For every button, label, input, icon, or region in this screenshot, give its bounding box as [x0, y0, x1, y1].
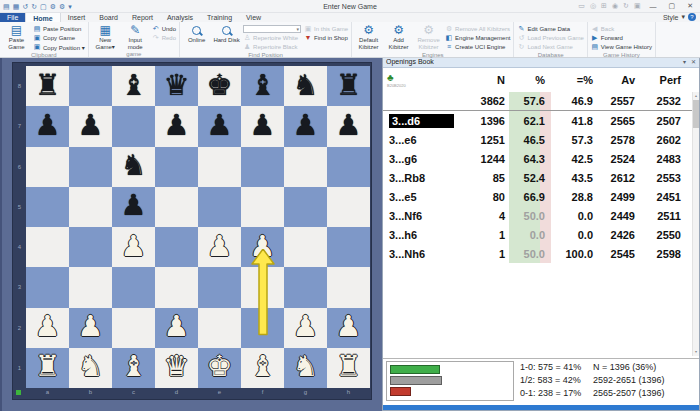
default-kibitzer-button[interactable]: ⚙Default Kibitzer [355, 23, 382, 50]
square-e1[interactable]: ♚ [198, 348, 241, 388]
community-icon[interactable]: ◎ [590, 2, 596, 10]
square-e3[interactable] [198, 267, 241, 307]
book-move-row[interactable]: 3...h610.00.024262550 [383, 225, 699, 244]
find-in-shop-button[interactable]: ▼Find in Shop [304, 34, 348, 42]
add-kibitzer-button[interactable]: ⚙Add Kibitzer [385, 23, 412, 50]
board-icon[interactable]: ▤ [3, 3, 10, 10]
column-header-perf[interactable]: Perf [639, 74, 685, 86]
square-h6[interactable] [327, 147, 370, 187]
new-window-icon[interactable]: ▦ [13, 3, 20, 10]
hard-disk-button[interactable]: Hard Disk [213, 23, 240, 44]
square-h4[interactable] [327, 227, 370, 267]
redo-button[interactable]: ↷Redo [152, 34, 176, 42]
create-uci-engine-button[interactable]: ≡Create UCI Engine [445, 43, 510, 51]
panel-close-icon[interactable]: ✕ [691, 58, 696, 65]
in-this-game-button[interactable]: ▣In this Game [304, 25, 348, 33]
move-cell[interactable]: 3...Rb8 [383, 172, 471, 184]
redo-icon[interactable]: ↻ [31, 3, 37, 10]
tab-home[interactable]: Home [25, 12, 60, 22]
square-d4[interactable] [155, 227, 198, 267]
move-cell[interactable]: 3...Nh6 [383, 248, 471, 260]
square-f6[interactable] [241, 147, 284, 187]
repertoire-white-button[interactable]: ♙Repertoire White [243, 34, 301, 42]
square-a3[interactable] [26, 267, 69, 307]
square-h2[interactable]: ♟ [327, 308, 370, 348]
square-h3[interactable] [327, 267, 370, 307]
square-f4[interactable]: ♟ [241, 227, 284, 267]
move-cell[interactable]: 3...g6 [383, 153, 471, 165]
shop-grid-icon[interactable]: ⊞ [601, 2, 607, 10]
square-b6[interactable] [69, 147, 112, 187]
square-a1[interactable]: ♜ [26, 348, 69, 388]
remove-all-kibitzers-button[interactable]: ⚙Remove All Kibitzers [445, 25, 510, 33]
square-a5[interactable] [26, 187, 69, 227]
square-f7[interactable]: ♟ [241, 106, 284, 146]
square-c2[interactable] [112, 308, 155, 348]
square-b8[interactable] [69, 66, 112, 106]
tab-board[interactable]: Board [92, 12, 125, 22]
engine-management-button[interactable]: ◧Engine Management [445, 34, 510, 42]
square-g5[interactable] [284, 187, 327, 227]
book-move-row[interactable]: 3...Nh6150.0100.025452598 [383, 244, 699, 263]
square-a8[interactable]: ♜ [26, 66, 69, 106]
monitor-icon[interactable]: ▭ [578, 2, 585, 10]
forward-button[interactable]: ▶Forward [591, 34, 652, 42]
tab-training[interactable]: Training [200, 12, 239, 22]
square-e2[interactable] [198, 308, 241, 348]
book-move-row[interactable]: 3...e58066.928.824992451 [383, 187, 699, 206]
column-header-n[interactable]: N [471, 74, 509, 86]
square-g3[interactable] [284, 267, 327, 307]
square-c8[interactable]: ♝ [112, 66, 155, 106]
square-c5[interactable]: ♟ [112, 187, 155, 227]
maximize-button[interactable]: ▢ [666, 2, 679, 10]
square-f2[interactable] [241, 308, 284, 348]
tab-view[interactable]: View [239, 12, 268, 22]
help-icon[interactable]: ? [688, 13, 696, 21]
new-game--button[interactable]: ▦New Game▾ [92, 23, 119, 50]
square-a7[interactable]: ♟ [26, 106, 69, 146]
square-h1[interactable]: ♜ [327, 348, 370, 388]
square-b3[interactable] [69, 267, 112, 307]
style-dropdown[interactable]: Style [663, 14, 679, 21]
square-d7[interactable]: ♟ [155, 106, 198, 146]
square-g4[interactable] [284, 227, 327, 267]
square-d8[interactable]: ♛ [155, 66, 198, 106]
qat-more-icon[interactable]: ▾ [68, 3, 72, 10]
undo-icon[interactable]: ↺ [22, 3, 28, 10]
column-header-av[interactable]: Av [597, 74, 639, 86]
book-move-row[interactable]: 3...g6124464.342.525242483 [383, 149, 699, 168]
load-next-game-button[interactable]: ↻Load Next Game [517, 43, 583, 51]
online-button[interactable]: Online [183, 23, 210, 44]
square-f1[interactable]: ♝ [241, 348, 284, 388]
book-scrollbar[interactable]: ▴ ▾ [692, 92, 699, 356]
combo-caret-icon[interactable]: ▾ [297, 26, 300, 32]
panel-collapse-icon[interactable]: ▾ [683, 58, 686, 65]
options-gear-icon[interactable]: ⚙ [59, 3, 65, 10]
book-tree-icon[interactable]: ♣ [387, 73, 471, 83]
square-g8[interactable]: ♞ [284, 66, 327, 106]
square-g7[interactable]: ♟ [284, 106, 327, 146]
minimize-button[interactable]: — [647, 3, 660, 10]
repertoire-black-button[interactable]: ♟Repertoire Black [243, 43, 301, 51]
move-cell[interactable]: 3...d6 [383, 114, 471, 128]
square-e4[interactable]: ♟ [198, 227, 241, 267]
square-g6[interactable] [284, 147, 327, 187]
column-header-pct[interactable]: % [509, 74, 551, 86]
square-d1[interactable]: ♛ [155, 348, 198, 388]
back-button[interactable]: ◀Back [591, 25, 652, 33]
input-mode-button[interactable]: ✎Input mode [122, 23, 149, 50]
tab-report[interactable]: Report [125, 12, 160, 22]
copy-game-button[interactable]: ▣Copy Game [33, 34, 85, 42]
layout-icon[interactable]: ▢ [40, 3, 47, 10]
column-header-draw[interactable]: =% [551, 74, 597, 86]
account-icon[interactable]: ◉ [612, 2, 618, 10]
square-f8[interactable]: ♝ [241, 66, 284, 106]
square-g1[interactable]: ♞ [284, 348, 327, 388]
square-h7[interactable]: ♟ [327, 106, 370, 146]
load-previous-game-button[interactable]: ↺Load Previous Game [517, 34, 583, 42]
close-button[interactable]: ✕ [684, 2, 696, 10]
paste-position-button[interactable]: ▤Paste Position [33, 25, 85, 33]
square-e8[interactable]: ♚ [198, 66, 241, 106]
square-e5[interactable] [198, 187, 241, 227]
square-c6[interactable]: ♞ [112, 147, 155, 187]
